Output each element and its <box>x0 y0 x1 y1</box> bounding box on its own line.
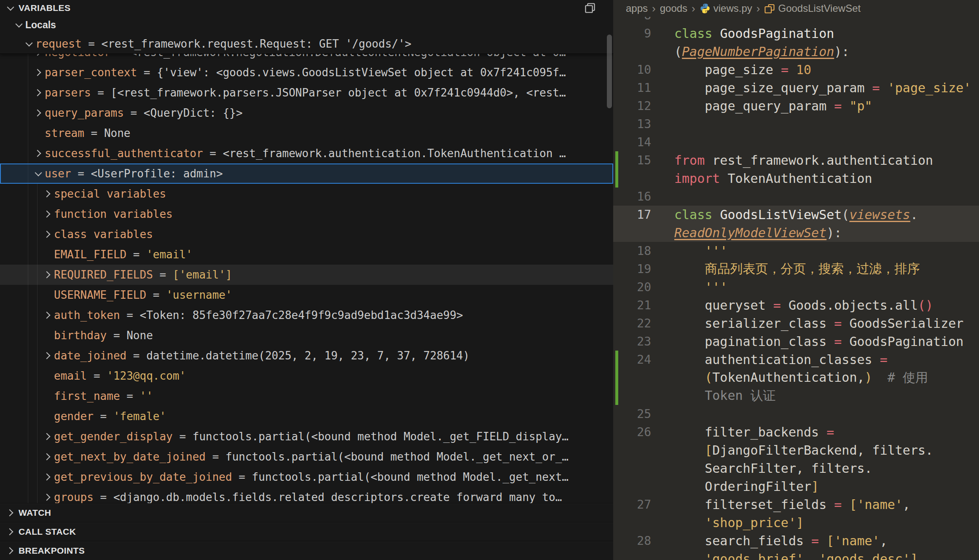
code-line-8[interactable]: 8 <box>613 17 979 24</box>
breadcrumb-item-goods[interactable]: goods <box>660 3 687 14</box>
tree-row-stream[interactable]: stream = None <box>0 123 613 143</box>
code-text: SearchFilter, filters. <box>674 461 872 476</box>
chevron-right-icon[interactable] <box>32 86 45 99</box>
tree-row-birthday[interactable]: birthday = None <box>0 325 613 346</box>
code-line-15[interactable]: 15from rest_framework.authentication <box>613 151 979 169</box>
code-line-wrap[interactable]: 'shop_price'] <box>613 514 979 532</box>
code-line-16[interactable]: 16 <box>613 188 979 206</box>
tree-row-username_field[interactable]: USERNAME_FIELD = 'username' <box>0 285 613 305</box>
code-line-17[interactable]: 17class GoodsListViewSet(viewsets. <box>613 206 979 224</box>
code-line-19[interactable]: 19 商品列表页，分页，搜索，过滤，排序 <box>613 260 979 278</box>
chevron-right-icon[interactable] <box>41 309 54 322</box>
tree-row-date_joined[interactable]: date_joined = datetime.datetime(2025, 2,… <box>0 346 613 366</box>
code-line-14[interactable]: 14 <box>613 133 979 151</box>
code-line-25[interactable]: 25 <box>613 405 979 423</box>
code-line-wrap[interactable]: Token 认证 <box>613 387 979 405</box>
collapse-all-icon[interactable] <box>585 3 595 13</box>
code-line-11[interactable]: 11 page_size_query_param = 'page_size' <box>613 79 979 97</box>
breadcrumb-item-views-py[interactable]: views.py <box>700 3 752 14</box>
code-text: 'goods_brief', 'goods_desc'] <box>674 552 918 560</box>
code-line-23[interactable]: 23 pagination_class = GoodsPagination <box>613 332 979 351</box>
variable-name: groups <box>54 491 94 503</box>
tree-row-class-variables[interactable]: class variables <box>0 224 613 244</box>
chevron-down-icon[interactable] <box>4 2 17 14</box>
chevron-placeholder <box>41 390 54 402</box>
code-line-24[interactable]: 24 authentication_classes = <box>613 351 979 369</box>
code-line-20[interactable]: 20 ''' <box>613 278 979 296</box>
code-line-wrap[interactable]: ReadOnlyModelViewSet): <box>613 224 979 242</box>
tree-row-gender[interactable]: gender = 'female' <box>0 406 613 426</box>
tree-row-function-variables[interactable]: function variables <box>0 204 613 224</box>
code-line-27[interactable]: 27 filterset_fields = ['name', <box>613 496 979 514</box>
tree-row-first_name[interactable]: first_name = '' <box>0 386 613 406</box>
chevron-right-icon[interactable] <box>32 107 45 119</box>
scrollbar[interactable] <box>607 35 612 108</box>
code-line-21[interactable]: 21 queryset = Goods.objects.all() <box>613 296 979 314</box>
section-header-breakpoints[interactable]: BREAKPOINTS <box>0 541 613 560</box>
tree-row-email[interactable]: email = '123@qq.com' <box>0 366 613 386</box>
code-text: ReadOnlyModelViewSet): <box>674 225 842 240</box>
tree-row-successful_authenticator[interactable]: successful_authenticator = <rest_framewo… <box>0 143 613 163</box>
equals-sign: = <box>120 390 140 402</box>
chevron-down-icon[interactable] <box>32 167 45 180</box>
code-line-26[interactable]: 26 filter_backends = <box>613 423 979 441</box>
line-number: 16 <box>613 190 651 204</box>
chevron-down-icon[interactable] <box>13 19 25 31</box>
section-header-call-stack[interactable]: CALL STACK <box>0 522 613 541</box>
code-line-28[interactable]: 28 search_fields = ['name', <box>613 532 979 550</box>
code-line-wrap[interactable]: OrderingFilter] <box>613 477 979 496</box>
tree-row-get_previous_by_date_joined[interactable]: get_previous_by_date_joined = functools.… <box>0 467 613 487</box>
tree-row-groups[interactable]: groups = <django.db.models.fields.relate… <box>0 487 613 503</box>
code-line-wrap[interactable]: SearchFilter, filters. <box>613 459 979 477</box>
chevron-right-icon[interactable] <box>41 228 54 241</box>
code-line-wrap[interactable]: 'goods_brief', 'goods_desc'] <box>613 550 979 560</box>
scope-locals[interactable]: Locals <box>0 16 613 34</box>
chevron-right-icon[interactable] <box>41 188 54 200</box>
chevron-right-icon[interactable] <box>41 471 54 483</box>
tree-row-email_field[interactable]: EMAIL_FIELD = 'email' <box>0 244 613 265</box>
chevron-right-icon[interactable] <box>4 506 17 519</box>
code-line-13[interactable]: 13 <box>613 115 979 133</box>
variable-value: [<rest_framework.parsers.JSONParser obje… <box>111 86 566 99</box>
code-line-12[interactable]: 12 page_query_param = "p" <box>613 97 979 115</box>
chevron-right-icon[interactable] <box>41 430 54 443</box>
tree-row-parser_context[interactable]: parser_context = {'view': <goods.views.G… <box>0 62 613 83</box>
variable-value: {'view': <goods.views.GoodsListViewSet o… <box>157 66 566 79</box>
code-line-wrap[interactable]: (PageNumberPagination): <box>613 43 979 61</box>
code-line-10[interactable]: 10 page_size = 10 <box>613 61 979 79</box>
tree-row-special-variables[interactable]: special variables <box>0 184 613 204</box>
chevron-right-icon[interactable] <box>41 208 54 220</box>
tree-row-request[interactable]: request = <rest_framework.request.Reques… <box>0 34 613 54</box>
chevron-right-icon[interactable] <box>32 66 45 79</box>
variables-tree: request = <rest_framework.request.Reques… <box>0 34 613 503</box>
chevron-right-icon[interactable] <box>4 544 17 557</box>
section-header-watch[interactable]: WATCH <box>0 503 613 522</box>
tree-row-required_fields[interactable]: REQUIRED_FIELDS = ['email'] <box>0 265 613 285</box>
chevron-right-icon[interactable] <box>41 491 54 503</box>
code-line-wrap[interactable]: (TokenAuthentication,) # 使用 <box>613 369 979 387</box>
code-line-22[interactable]: 22 serializer_class = GoodsSerializer <box>613 314 979 332</box>
code-line-9[interactable]: 9class GoodsPagination <box>613 24 979 43</box>
line-number: 25 <box>613 407 651 421</box>
variable-name: EMAIL_FIELD <box>54 248 126 261</box>
code-line-wrap[interactable]: import TokenAuthentication <box>613 169 979 188</box>
code-line-18[interactable]: 18 ''' <box>613 242 979 260</box>
variable-value: functools.partial(<bound method Model._g… <box>252 471 569 483</box>
chevron-right-icon[interactable] <box>41 450 54 463</box>
tree-row-auth_token[interactable]: auth_token = <Token: 85fe30f27aa7c28e4f9… <box>0 305 613 325</box>
tree-row-user[interactable]: user = <UserProfile: admin> <box>0 163 613 184</box>
chevron-right-icon[interactable] <box>41 268 54 281</box>
breadcrumb-item-goodslistviewset[interactable]: GoodsListViewSet <box>764 3 861 14</box>
chevron-right-icon[interactable] <box>4 525 17 538</box>
tree-row-get_next_by_date_joined[interactable]: get_next_by_date_joined = functools.part… <box>0 447 613 467</box>
breadcrumb-separator-icon: › <box>652 2 656 15</box>
chevron-right-icon[interactable] <box>41 349 54 362</box>
tree-row-get_gender_display[interactable]: get_gender_display = functools.partial(<… <box>0 426 613 447</box>
tree-row-parsers[interactable]: parsers = [<rest_framework.parsers.JSONP… <box>0 83 613 103</box>
chevron-down-icon[interactable] <box>23 38 35 50</box>
tree-row-query_params[interactable]: query_params = <QueryDict: {}> <box>0 103 613 123</box>
code-line-wrap[interactable]: [DjangoFilterBackend, filters. <box>613 441 979 459</box>
breadcrumb-item-apps[interactable]: apps <box>626 3 648 14</box>
chevron-right-icon[interactable] <box>32 147 45 160</box>
variables-section-header[interactable]: VARIABLES <box>0 0 613 16</box>
